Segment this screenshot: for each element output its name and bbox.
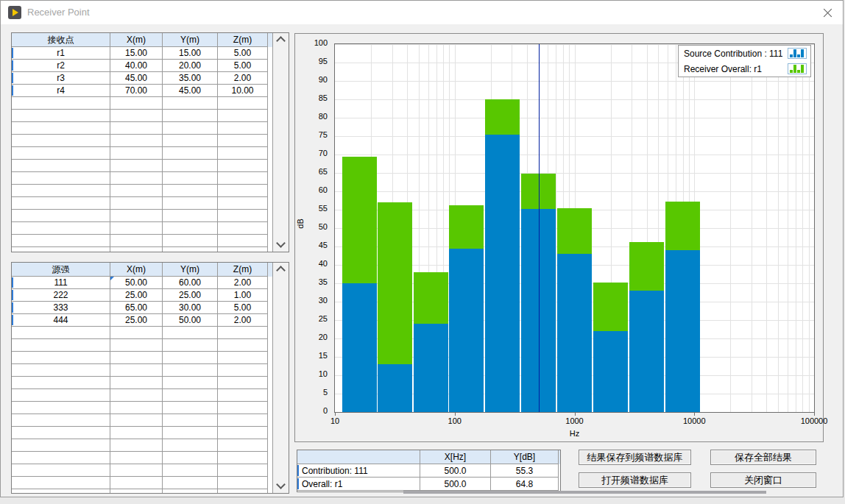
table-cell[interactable] (110, 427, 163, 439)
open-spectrum-db-button[interactable]: 打开频谱数据库 (579, 472, 691, 488)
mini-bar-plot-icon[interactable] (788, 63, 807, 74)
table-cell[interactable] (163, 247, 218, 252)
table-cell[interactable]: 64.8 (491, 478, 559, 491)
table-cell[interactable] (218, 402, 268, 414)
table-cell[interactable]: 30.00 (163, 302, 218, 314)
source-table-scrollbar[interactable] (272, 263, 289, 493)
table-cell[interactable]: 2.00 (218, 277, 268, 289)
table-cell[interactable] (110, 235, 163, 247)
table-cell[interactable] (12, 389, 110, 402)
table-cell[interactable]: Contribution: 111 (297, 464, 420, 478)
table-cell[interactable] (218, 172, 268, 185)
table-cell[interactable] (12, 210, 110, 222)
table-cell[interactable] (163, 489, 218, 493)
table-cell[interactable] (12, 122, 110, 135)
table-cell[interactable] (110, 339, 163, 352)
table-cell[interactable]: 500.0 (420, 478, 491, 491)
table-cell[interactable]: 1.00 (218, 289, 268, 302)
table-cell[interactable]: 15.00 (110, 47, 163, 60)
table-cell[interactable] (163, 427, 218, 439)
table-cell[interactable] (218, 110, 268, 122)
table-cell[interactable] (163, 352, 218, 364)
table-cell[interactable] (110, 377, 163, 389)
table-cell[interactable]: 25.00 (110, 314, 163, 327)
table-cell[interactable]: 5.00 (218, 47, 268, 60)
table-cell[interactable] (218, 452, 268, 464)
table-cell[interactable] (12, 464, 110, 477)
table-cell[interactable] (110, 122, 163, 135)
table-cell[interactable] (12, 147, 110, 160)
table-cell[interactable] (218, 477, 268, 489)
receiver-table-scrollbar[interactable] (272, 33, 289, 252)
table-cell[interactable] (110, 489, 163, 493)
table-cell[interactable]: 45.00 (110, 72, 163, 85)
table-cell[interactable] (163, 122, 218, 135)
chevron-down-icon[interactable] (273, 239, 289, 251)
table-cell[interactable]: 20.00 (163, 60, 218, 72)
table-cell[interactable] (163, 235, 218, 247)
table-cell[interactable]: 50.00 (110, 277, 163, 289)
table-cell[interactable] (110, 247, 163, 252)
table-cell[interactable]: r2 (12, 60, 110, 72)
table-cell[interactable] (12, 327, 110, 339)
chevron-down-icon[interactable] (273, 480, 289, 492)
table-cell[interactable] (218, 160, 268, 172)
save-to-spectrum-db-button[interactable]: 结果保存到频谱数据库 (579, 450, 691, 465)
table-cell[interactable] (163, 364, 218, 377)
table-cell[interactable] (12, 235, 110, 247)
table-cell[interactable]: 65.00 (110, 302, 163, 314)
table-cell[interactable] (110, 439, 163, 452)
table-cell[interactable]: 40.00 (110, 60, 163, 72)
table-cell[interactable]: 2.00 (218, 72, 268, 85)
table-cell[interactable] (110, 185, 163, 197)
table-cell[interactable] (12, 477, 110, 489)
table-cell[interactable] (12, 439, 110, 452)
table-cell[interactable] (110, 172, 163, 185)
table-cell[interactable] (163, 414, 218, 427)
table-cell[interactable]: 444 (12, 314, 110, 327)
table-cell[interactable] (218, 97, 268, 110)
table-cell[interactable] (218, 377, 268, 389)
table-cell[interactable] (218, 235, 268, 247)
table-cell[interactable] (12, 97, 110, 110)
legend-item-overall[interactable]: Receiver Overall: r1 (679, 61, 810, 77)
table-cell[interactable]: 35.00 (163, 72, 218, 85)
table-cell[interactable] (12, 352, 110, 364)
table-cell[interactable] (163, 172, 218, 185)
table-cell[interactable] (163, 464, 218, 477)
table-cell[interactable] (218, 185, 268, 197)
chevron-up-icon[interactable] (273, 263, 289, 275)
table-cell[interactable] (12, 452, 110, 464)
table-cell[interactable] (163, 389, 218, 402)
table-cell[interactable] (110, 364, 163, 377)
table-cell[interactable]: 10.00 (218, 85, 268, 97)
table-cell[interactable] (110, 477, 163, 489)
table-cell[interactable] (163, 452, 218, 464)
table-cell[interactable] (163, 439, 218, 452)
table-cell[interactable] (163, 185, 218, 197)
table-cell[interactable] (163, 110, 218, 122)
table-cell[interactable] (110, 110, 163, 122)
table-cell[interactable] (12, 402, 110, 414)
table-cell[interactable]: 500.0 (420, 464, 491, 478)
chevron-up-icon[interactable] (273, 34, 289, 46)
plot-area[interactable] (334, 43, 815, 413)
table-cell[interactable] (163, 97, 218, 110)
table-cell[interactable] (218, 339, 268, 352)
table-cell[interactable] (163, 160, 218, 172)
table-cell[interactable] (110, 222, 163, 235)
table-cell[interactable] (12, 489, 110, 493)
table-cell[interactable]: Overall: r1 (297, 478, 420, 491)
table-cell[interactable] (218, 489, 268, 493)
cursor-line[interactable] (539, 44, 540, 412)
table-cell[interactable]: 15.00 (163, 47, 218, 60)
table-cell[interactable] (110, 452, 163, 464)
table-cell[interactable] (218, 327, 268, 339)
table-cell[interactable] (110, 352, 163, 364)
table-cell[interactable] (110, 402, 163, 414)
table-cell[interactable] (163, 135, 218, 147)
table-cell[interactable] (12, 339, 110, 352)
table-cell[interactable] (163, 210, 218, 222)
table-cell[interactable]: 55.3 (491, 464, 559, 478)
table-cell[interactable] (110, 464, 163, 477)
